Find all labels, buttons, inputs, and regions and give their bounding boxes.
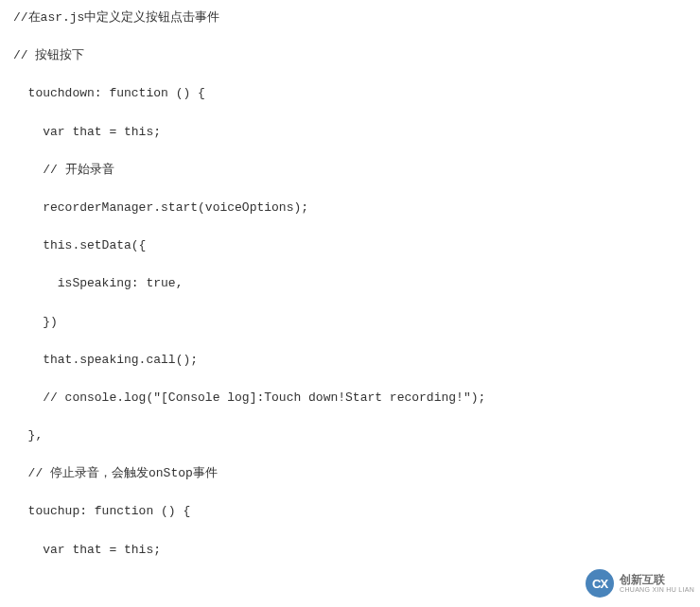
code-blank-line [13,64,687,85]
code-line: touchup: function () { [13,503,687,520]
code-line: // 按钮按下 [13,47,687,64]
code-line: //在asr.js中定义定义按钮点击事件 [13,9,687,26]
code-blank-line [13,103,687,124]
code-line: // 开始录音 [13,162,687,179]
code-line: // console.log("[Console log]:Touch down… [13,390,687,407]
code-line: // 停止录音，会触发onStop事件 [13,465,687,482]
code-line: touchdown: function () { [13,85,687,102]
code-blank-line [13,141,687,162]
code-blank-line [13,521,687,542]
watermark-text: 创新互联 CHUANG XIN HU LIAN [620,574,694,594]
code-blank-line [13,444,687,465]
watermark-cn: 创新互联 [620,574,694,586]
code-line: var that = this; [13,542,687,559]
code-blank-line [13,293,687,314]
code-blank-line [13,331,687,352]
code-block: //在asr.js中定义定义按钮点击事件// 按钮按下 touchdown: f… [0,0,700,568]
code-line: var that = this; [13,124,687,141]
code-line: }) [13,314,687,331]
code-blank-line [13,179,687,199]
watermark: CX 创新互联 CHUANG XIN HU LIAN [586,569,694,598]
code-blank-line [13,482,687,503]
code-blank-line [13,254,687,275]
code-line: recorderManager.start(voiceOptions); [13,199,687,217]
watermark-en: CHUANG XIN HU LIAN [620,586,694,594]
code-blank-line [13,407,687,427]
code-blank-line [13,26,687,47]
watermark-badge-icon: CX [586,569,614,598]
code-line: isSpeaking: true, [13,275,687,292]
code-line: this.setData({ [13,237,687,254]
code-line: that.speaking.call(); [13,352,687,369]
code-blank-line [13,369,687,390]
code-line: }, [13,427,687,444]
code-blank-line [13,217,687,237]
